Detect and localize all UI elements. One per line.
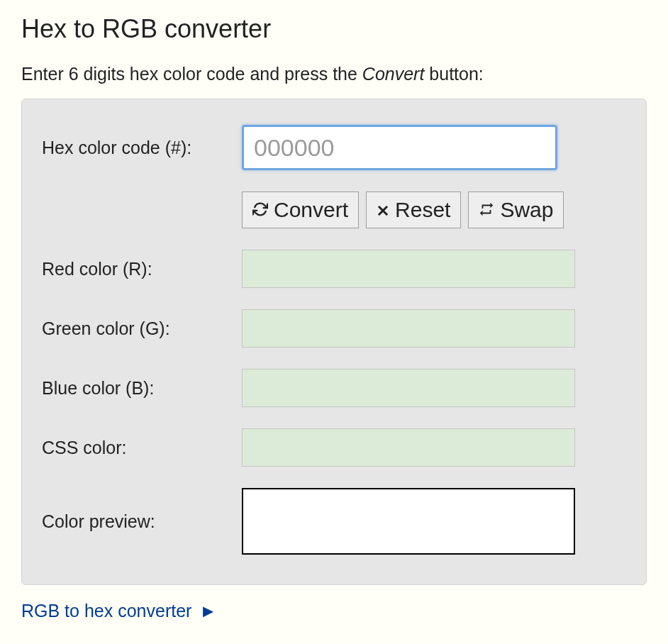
css-row: CSS color:	[42, 428, 626, 467]
color-preview	[242, 488, 575, 555]
rgb-to-hex-link-text: RGB to hex converter	[21, 601, 191, 621]
converter-panel: Hex color code (#): Convert	[21, 99, 647, 585]
page-title: Hex to RGB converter	[21, 14, 647, 44]
preview-label: Color preview:	[42, 511, 242, 532]
hex-label: Hex color code (#):	[42, 138, 242, 158]
hex-row: Hex color code (#):	[42, 125, 626, 170]
css-output	[242, 428, 575, 467]
close-icon	[377, 198, 389, 222]
red-row: Red color (R):	[42, 250, 626, 288]
swap-icon	[479, 198, 494, 222]
rgb-to-hex-link[interactable]: RGB to hex converter ►	[21, 601, 217, 621]
swap-button-label: Swap	[500, 198, 553, 222]
instructions: Enter 6 digits hex color code and press …	[21, 64, 647, 84]
instruction-emph: Convert	[362, 64, 425, 84]
swap-button[interactable]: Swap	[468, 191, 564, 228]
blue-label: Blue color (B):	[42, 378, 242, 399]
convert-button[interactable]: Convert	[242, 191, 359, 228]
button-row: Convert Reset Swap	[42, 191, 626, 228]
red-label: Red color (R):	[42, 259, 242, 279]
reset-button[interactable]: Reset	[366, 191, 461, 228]
red-output	[242, 250, 575, 288]
blue-output	[242, 369, 575, 407]
convert-button-label: Convert	[274, 198, 348, 222]
arrow-right-icon: ►	[199, 601, 217, 621]
preview-row: Color preview:	[42, 488, 626, 555]
link-row: RGB to hex converter ►	[21, 601, 647, 621]
refresh-icon	[252, 198, 268, 222]
instruction-prefix: Enter 6 digits hex color code and press …	[21, 64, 362, 84]
reset-button-label: Reset	[395, 198, 450, 222]
instruction-suffix: button:	[424, 64, 483, 84]
hex-input[interactable]	[242, 125, 557, 170]
green-output	[242, 309, 575, 348]
css-label: CSS color:	[42, 438, 242, 458]
green-label: Green color (G):	[42, 318, 242, 339]
blue-row: Blue color (B):	[42, 369, 626, 407]
green-row: Green color (G):	[42, 309, 626, 348]
